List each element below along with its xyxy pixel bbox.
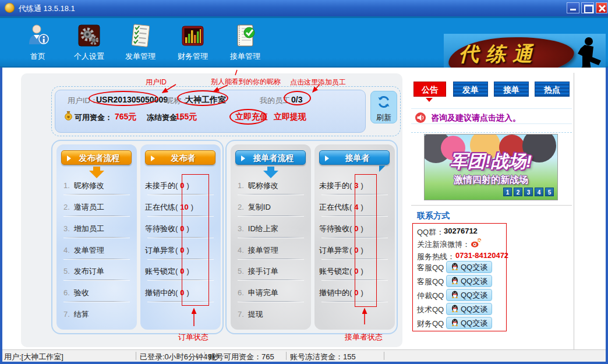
step-number: 1. (63, 181, 70, 190)
home-icon (26, 23, 50, 48)
qq-chat-button[interactable]: QQ交谈 (446, 289, 492, 301)
taker-status-header-label: 接单者 (345, 153, 370, 162)
qq-penguin-icon (451, 276, 459, 286)
step-text: 接手订单 (248, 267, 278, 275)
tab-take-orders[interactable]: 接单 (494, 82, 529, 97)
announcement-link[interactable]: 咨询及建议请点击进入。 (431, 113, 521, 123)
status-row[interactable]: 未接手的(0) (145, 181, 218, 191)
banner-subtitle: 激情四射的新战场 (425, 174, 557, 186)
maximize-button[interactable] (581, 2, 594, 13)
step-number: 1. (238, 181, 244, 190)
qq-chat-button[interactable]: QQ交谈 (446, 275, 492, 287)
close-button[interactable] (596, 2, 607, 13)
step-text: 申请完单 (248, 288, 278, 297)
status-row[interactable]: 未接手的(3) (319, 181, 393, 191)
qq-penguin-icon (451, 304, 459, 314)
tab-announcements[interactable]: 公告 (413, 82, 446, 97)
statusbar-separator (204, 352, 205, 360)
divider (63, 259, 130, 260)
step-text: 发单管理 (74, 246, 104, 255)
status-row[interactable]: 账号锁定(0) (145, 266, 218, 277)
flow-step: 2.邀请员工 (63, 202, 133, 213)
banner-page-2[interactable]: 2 (514, 188, 522, 196)
nav-finance-mgmt[interactable]: 财务管理 (170, 23, 215, 62)
publisher-flow-card: 发布者流程 1.昵称修改 2.邀请员工 3.增加员工 4.发单管理 5.发布订单… (56, 144, 137, 330)
divider (147, 301, 214, 302)
taker-flow-header[interactable]: 接单者流程 (235, 150, 306, 165)
taker-status-header[interactable]: 接单者 (319, 150, 390, 165)
annotation-staff: 点击这里添加员工 (290, 77, 346, 87)
status-count: 0 (352, 246, 360, 255)
flow-step: 3.ID给上家 (238, 224, 307, 234)
logo-title: 代练通 (459, 41, 539, 68)
checklist-icon (128, 23, 153, 48)
step-text: 昵称修改 (74, 181, 104, 190)
status-row[interactable]: 正在代练(10) (145, 202, 218, 213)
tab-hot[interactable]: 热点 (535, 82, 570, 97)
available-funds-label: 可用资金： (75, 112, 112, 123)
header-tail (379, 165, 386, 172)
divider (321, 237, 388, 238)
banner-page-1[interactable]: 1 (503, 188, 512, 196)
step-number: 6. (63, 288, 70, 297)
nav-order-publish-mgmt-label: 发单管理 (118, 51, 163, 62)
status-label: 撤销中的 (319, 288, 349, 297)
publisher-flow-header[interactable]: 发布者流程 (61, 150, 132, 165)
status-row[interactable]: 撤销中的(0) (319, 288, 393, 298)
step-number: 4. (238, 246, 244, 255)
status-row[interactable]: 订单异常(0) (145, 245, 218, 256)
flow-step: 1.昵称修改 (63, 181, 133, 191)
divider (63, 280, 130, 281)
status-row[interactable]: 等待验收(0) (319, 224, 393, 234)
publisher-status-header[interactable]: 发布者 (145, 150, 215, 165)
staff-value[interactable]: 0/3 (291, 95, 302, 104)
banner-page-5[interactable]: 5 (545, 188, 554, 196)
status-row[interactable]: 账号锁定(0) (319, 266, 393, 277)
qq-penguin-icon (451, 318, 459, 328)
step-text: 昵称修改 (248, 181, 278, 190)
withdraw-link[interactable]: 立即提现 (274, 112, 306, 122)
recharge-link[interactable]: 立即充值 (235, 112, 268, 122)
banner-page-4[interactable]: 4 (535, 188, 543, 196)
ad-banner[interactable]: 军团!战场! 激情四射的新战场 12345 (424, 134, 558, 200)
nav-order-publish-mgmt[interactable]: 发单管理 (118, 23, 163, 62)
qq-chat-button-label: QQ交谈 (461, 262, 487, 273)
annotation-order-status: 订单状态 (178, 332, 208, 342)
qq-chat-button[interactable]: QQ交谈 (446, 317, 492, 329)
status-count: 0 (352, 288, 360, 297)
nav-order-taking-mgmt[interactable]: 接单管理 (222, 23, 268, 62)
publisher-flow-header-label: 发布者流程 (79, 153, 120, 162)
nav-finance-mgmt-label: 财务管理 (170, 51, 215, 62)
tab-publish-orders[interactable]: 发单 (453, 82, 488, 97)
status-row[interactable]: 正在代练(4) (319, 202, 393, 213)
divider (147, 237, 214, 238)
qq-chat-button[interactable]: QQ交谈 (446, 303, 492, 315)
qq-chat-button[interactable]: QQ交谈 (446, 261, 492, 273)
step-number: 4. (63, 246, 70, 255)
weibo-icon[interactable] (471, 238, 481, 250)
available-funds-value: 765元 (115, 112, 136, 122)
speaker-icon[interactable] (415, 112, 426, 126)
minimize-button[interactable] (567, 2, 579, 13)
refresh-button[interactable]: 刷新 (370, 91, 397, 123)
sidebar-divider (411, 205, 572, 206)
banner-page-3[interactable]: 3 (524, 188, 533, 196)
status-count: 0 (178, 288, 186, 297)
status-row[interactable]: 撤销中的(0) (145, 288, 218, 298)
divider (147, 215, 214, 217)
flow-step: 7.结算 (63, 309, 133, 320)
status-label: 订单异常 (319, 246, 349, 255)
nav-home[interactable]: 首页 (15, 23, 61, 62)
divider (321, 280, 388, 281)
step-text: 结算 (74, 310, 89, 319)
nav-personal-settings[interactable]: 个人设置 (66, 23, 112, 62)
status-row[interactable]: 订单异常(0) (319, 245, 393, 256)
play-icon (67, 156, 71, 161)
status-label: 正在代练 (319, 203, 349, 211)
status-row[interactable]: 等待验收(0) (145, 224, 218, 234)
status-label: 等待验收 (319, 224, 349, 233)
flow-step: 7.提现 (238, 309, 307, 320)
status-label: 订单异常 (145, 246, 175, 255)
banner-pagination: 12345 (501, 186, 554, 197)
step-number: 2. (63, 203, 70, 211)
